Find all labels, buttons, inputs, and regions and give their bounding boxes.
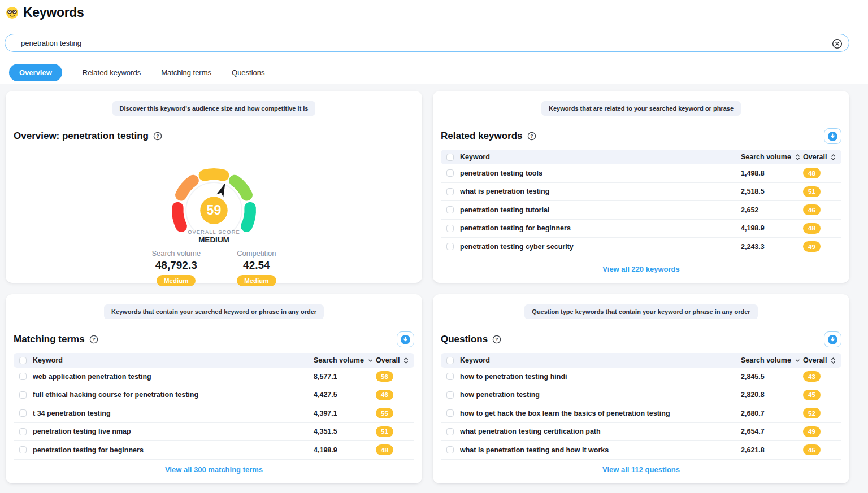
sort-overall[interactable]: Overall: [376, 356, 409, 364]
tab-overview[interactable]: Overview: [9, 64, 62, 81]
matching-download-button[interactable]: [397, 331, 414, 347]
keyword-cell: how penetration testing: [460, 391, 741, 399]
overall-score-badge: 46: [803, 204, 821, 215]
circle-question-icon: ?: [492, 335, 501, 344]
svg-text:?: ?: [156, 133, 159, 139]
overview-hint-badge: Discover this keyword's audience size an…: [112, 101, 316, 116]
keyword-cell: penetration testing for beginners: [33, 446, 314, 454]
app-header: Keywords: [0, 0, 868, 20]
row-checkbox[interactable]: [446, 188, 454, 195]
tab-related-keywords[interactable]: Related keywords: [83, 64, 141, 81]
matching-card-title: Matching terms: [14, 334, 85, 345]
volume-cell: 4,427.5: [314, 391, 376, 399]
keyword-cell: how to get hack the box learn the basics…: [460, 409, 741, 417]
row-checkbox[interactable]: [446, 206, 454, 213]
row-checkbox[interactable]: [19, 409, 27, 417]
search-input[interactable]: [5, 39, 849, 47]
table-row: penetration testing tutorial 2,652 46: [441, 201, 841, 220]
svg-text:?: ?: [530, 133, 533, 139]
view-all-questions-link[interactable]: View all 112 questions: [602, 465, 680, 474]
clear-search-button[interactable]: [831, 38, 843, 49]
volume-cell: 2,654.7: [741, 427, 803, 435]
overall-score-badge: 51: [376, 426, 393, 437]
questions-help-button[interactable]: ?: [492, 335, 501, 344]
sort-search-volume[interactable]: Search volume: [741, 153, 800, 161]
row-checkbox[interactable]: [446, 391, 454, 399]
overall-score-badge: 49: [803, 426, 821, 437]
search-volume-stat: Search volume 48,792.3 Medium: [151, 249, 201, 286]
table-header: Keyword Search volume Overall: [441, 353, 841, 368]
overall-score-badge: 48: [376, 444, 393, 455]
table-row: penetration testing for beginners 4,198.…: [441, 220, 841, 238]
chevron-down-icon: [368, 359, 373, 363]
keyword-cell: penetration testing tools: [460, 169, 741, 177]
sort-overall[interactable]: Overall: [803, 356, 836, 364]
row-checkbox[interactable]: [19, 373, 27, 380]
overall-score-badge: 51: [803, 186, 821, 197]
circle-question-icon: ?: [527, 132, 536, 141]
tab-matching-terms[interactable]: Matching terms: [161, 64, 211, 81]
related-help-button[interactable]: ?: [527, 132, 536, 141]
stat-label: Search volume: [151, 249, 201, 258]
row-checkbox[interactable]: [19, 428, 27, 435]
table-row: penetration testing live nmap 4,351.5 51: [14, 423, 414, 442]
table-row: penetration testing cyber security 2,243…: [441, 238, 841, 256]
row-checkbox[interactable]: [446, 169, 454, 177]
overview-stats: Search volume 48,792.3 Medium Competitio…: [14, 249, 414, 286]
gauge-segment-light-green: [235, 181, 246, 195]
table-row: t 34 penetration testing 4,397.1 55: [14, 404, 414, 423]
keyword-cell: penetration testing live nmap: [33, 427, 314, 435]
volume-cell: 2,243.3: [741, 243, 803, 251]
row-checkbox[interactable]: [446, 243, 454, 250]
view-all-keywords-link[interactable]: View all 220 keywords: [602, 265, 679, 273]
table-row: web application penetration testing 8,57…: [14, 368, 414, 386]
overall-score-badge: 45: [803, 444, 821, 455]
volume-cell: 2,845.5: [741, 373, 803, 381]
table-row: penetration testing tools 1,498.8 48: [441, 164, 841, 183]
gauge-segment-orange: [181, 181, 193, 195]
sort-overall[interactable]: Overall: [803, 153, 836, 161]
overall-score-badge: 48: [803, 168, 821, 178]
row-checkbox[interactable]: [446, 446, 454, 453]
overall-score-badge: 49: [803, 241, 821, 252]
keyword-cell: what is penetration testing and how it w…: [460, 446, 741, 454]
questions-download-button[interactable]: [824, 331, 841, 347]
circle-question-icon: ?: [89, 335, 98, 344]
row-checkbox[interactable]: [446, 409, 454, 417]
row-checkbox[interactable]: [446, 428, 454, 435]
row-checkbox[interactable]: [19, 391, 27, 399]
overall-score-badge: 48: [803, 223, 821, 234]
sort-search-volume[interactable]: Search volume: [314, 356, 373, 364]
column-keyword: Keyword: [460, 356, 741, 364]
tab-questions[interactable]: Questions: [232, 64, 265, 81]
sort-search-volume[interactable]: Search volume: [741, 356, 800, 364]
stat-label: Competition: [237, 249, 276, 258]
matching-terms-card: Keywords that contain your searched keyw…: [6, 294, 422, 483]
cards-grid: Discover this keyword's audience size an…: [6, 91, 849, 483]
arrow-down-circle-icon: [401, 335, 410, 344]
gauge-segment-yellow: [205, 174, 223, 175]
volume-cell: 1,498.8: [741, 169, 803, 177]
overall-score-badge: 43: [803, 371, 821, 382]
select-all-checkbox[interactable]: [446, 154, 454, 161]
overview-help-button[interactable]: ?: [153, 132, 162, 141]
tab-bar: Overview Related keywords Matching terms…: [9, 64, 868, 81]
related-download-button[interactable]: [824, 128, 841, 144]
row-checkbox[interactable]: [446, 373, 454, 380]
matching-help-button[interactable]: ?: [89, 335, 98, 344]
row-checkbox[interactable]: [446, 225, 454, 232]
keyword-cell: t 34 penetration testing: [33, 409, 314, 417]
select-all-checkbox[interactable]: [19, 357, 27, 364]
row-checkbox[interactable]: [19, 446, 27, 453]
nerd-face-emoji-icon: [6, 6, 19, 19]
select-all-checkbox[interactable]: [446, 357, 454, 364]
related-card-title: Related keywords: [441, 130, 523, 142]
view-all-matching-terms-link[interactable]: View all 300 matching terms: [165, 465, 263, 474]
keyword-cell: web application penetration testing: [33, 373, 314, 381]
volume-cell: 4,351.5: [314, 427, 376, 435]
stat-value: 48,792.3: [151, 259, 201, 272]
volume-cell: 2,820.8: [741, 391, 803, 399]
overall-score-badge: 45: [803, 390, 821, 400]
overall-score-level: MEDIUM: [198, 235, 229, 244]
overall-score-badge: 52: [803, 408, 821, 418]
